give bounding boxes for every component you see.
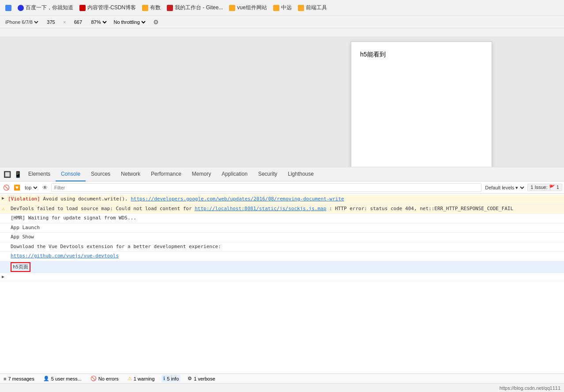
- console-line-app-launch: App Launch: [0, 223, 564, 233]
- device-content: h5能看到: [351, 42, 492, 68]
- vue-devtools-text: Download the Vue Devtools extension for …: [11, 243, 562, 251]
- tab-console[interactable]: Console: [56, 167, 86, 181]
- folder-icon-2: [229, 5, 235, 11]
- vue-link-text: https://github.com/vuejs/vue-devtools: [11, 253, 562, 260]
- device-frame: h5能看到: [351, 41, 492, 167]
- gitee-icon: [167, 5, 173, 11]
- bookmark-youshu[interactable]: 有数: [140, 3, 162, 12]
- zoom-selector[interactable]: 87%: [89, 19, 108, 25]
- levels-selector[interactable]: Default levels ▾: [483, 185, 526, 191]
- messages-count: 7 messages: [8, 376, 34, 381]
- summary-errors[interactable]: 🚫 No errors: [89, 375, 120, 382]
- status-url: https://blog.csdn.net/qq1111: [500, 385, 560, 391]
- clear-console-icon[interactable]: 🚫: [2, 183, 11, 192]
- arrow-icon-2[interactable]: ▶: [2, 274, 7, 279]
- bookmark-baidu[interactable]: 百度一下，你就知道: [16, 3, 75, 12]
- user-messages-icon: 👤: [43, 376, 49, 381]
- messages-icon: ≡: [4, 376, 6, 381]
- device-page-text: h5能看到: [360, 51, 386, 58]
- tab-performance[interactable]: Performance: [146, 167, 187, 181]
- bookmarks-bar: 百度一下，你就知道 内容管理-CSDN博客 有数 我的工作台 - Gitee..…: [0, 0, 564, 16]
- bookmark-zhongyuan-label: 中远: [281, 4, 292, 11]
- filter-input[interactable]: [51, 183, 481, 192]
- console-summary: ≡ 7 messages 👤 5 user mess... 🚫 No error…: [0, 373, 564, 383]
- settings-icon[interactable]: ⚙: [150, 17, 161, 27]
- arrow-icon-violation[interactable]: ▶: [2, 196, 7, 200]
- console-line-vue-link: https://github.com/vuejs/vue-devtools: [0, 252, 564, 261]
- info-count: 5 info: [167, 376, 179, 381]
- summary-warnings[interactable]: ⚠ 1 warning: [126, 375, 157, 382]
- violation-text: [Violation] Avoid using document.write()…: [8, 196, 562, 203]
- width-input[interactable]: [43, 19, 59, 25]
- height-input[interactable]: [70, 19, 86, 25]
- h5-highlight: h5页面: [11, 262, 30, 272]
- console-toolbar: 🚫 🔽 top 👁 Default levels ▾ 1 Issue: 🚩 1: [0, 181, 564, 194]
- vue-devtools-link[interactable]: https://github.com/vuejs/vue-devtools: [11, 253, 119, 259]
- apps-icon: [5, 5, 11, 11]
- app-show-text: App Show: [11, 234, 562, 241]
- csdn-icon: [79, 5, 86, 11]
- issue-badge[interactable]: 1 Issue: 🚩 1: [527, 184, 562, 191]
- context-selector[interactable]: top: [23, 185, 39, 191]
- bookmark-gitee-label: 我的工作台 - Gitee...: [175, 4, 223, 11]
- tab-elements[interactable]: Elements: [23, 167, 56, 181]
- tab-network[interactable]: Network: [116, 167, 146, 181]
- inspect-icon[interactable]: 🔲: [2, 169, 12, 180]
- browser-area: h5能看到 🔲 📱 Elements Console Sources: [0, 28, 564, 383]
- devtools-panel: 🔲 📱 Elements Console Sources Network Per…: [0, 167, 564, 383]
- user-messages-count: 5 user mess...: [51, 376, 82, 381]
- console-line-app-show: App Show: [0, 233, 564, 242]
- tab-lighthouse[interactable]: Lighthouse: [282, 167, 319, 181]
- bookmark-youshu-label: 有数: [150, 4, 161, 11]
- viewport: h5能看到: [0, 37, 564, 167]
- bookmark-vue[interactable]: vue组件网站: [227, 3, 268, 12]
- folder-icon-4: [298, 5, 304, 11]
- bookmark-frontend[interactable]: 前端工具: [296, 3, 329, 12]
- summary-messages[interactable]: ≡ 7 messages: [2, 375, 36, 382]
- warn-icon: ⚠: [128, 376, 132, 381]
- errors-count: No errors: [98, 376, 119, 381]
- eye-icon[interactable]: 👁: [41, 183, 49, 192]
- responsive-toolbar: iPhone 6/7/8 × 87% No throttling ⚙: [0, 16, 564, 28]
- verbose-icon: ⚙: [188, 376, 192, 381]
- throttle-selector[interactable]: No throttling: [112, 19, 147, 25]
- warning-icon: ⚠: [2, 206, 9, 211]
- folder-icon-1: [142, 5, 148, 11]
- bookmark-vue-label: vue组件网站: [237, 4, 267, 11]
- tab-application[interactable]: Application: [216, 167, 253, 181]
- device-toggle-icon[interactable]: 📱: [12, 169, 23, 180]
- bookmark-apps[interactable]: [4, 4, 13, 12]
- summary-verbose[interactable]: ⚙ 1 verbose: [186, 375, 217, 382]
- console-line-warning: ⚠ DevTools failed to load source map: Co…: [0, 204, 564, 214]
- tab-security[interactable]: Security: [253, 167, 282, 181]
- filter-icon[interactable]: 🔽: [12, 183, 21, 192]
- bookmark-frontend-label: 前端工具: [306, 4, 327, 11]
- summary-user-messages[interactable]: 👤 5 user mess...: [41, 375, 83, 382]
- device-selector[interactable]: iPhone 6/7/8: [4, 19, 40, 25]
- baidu-icon: [18, 5, 24, 11]
- violation-link[interactable]: https://developers.google.com/web/update…: [131, 196, 344, 202]
- dimension-separator: ×: [63, 19, 66, 25]
- summary-info[interactable]: ℹ 5 info: [162, 375, 180, 382]
- console-line-violation: ▶ [Violation] Avoid using document.write…: [0, 195, 564, 204]
- console-output[interactable]: ▶ [Violation] Avoid using document.write…: [0, 194, 564, 373]
- hmr-text: [HMR] Waiting for update signal from WDS…: [11, 215, 562, 222]
- horizontal-ruler: [0, 28, 564, 37]
- bookmark-baidu-label: 百度一下，你就知道: [26, 4, 73, 11]
- bookmark-csdn-label: 内容管理-CSDN博客: [87, 4, 136, 11]
- tab-sources[interactable]: Sources: [86, 167, 116, 181]
- devtools-tabs: 🔲 📱 Elements Console Sources Network Per…: [0, 167, 564, 181]
- bookmark-gitee[interactable]: 我的工作台 - Gitee...: [165, 3, 225, 12]
- error-icon: 🚫: [90, 376, 97, 381]
- app-launch-text: App Launch: [11, 224, 562, 232]
- console-line-h5: h5页面: [0, 261, 564, 274]
- tab-memory[interactable]: Memory: [187, 167, 216, 181]
- verbose-count: 1 verbose: [194, 376, 215, 381]
- warning-text: DevTools failed to load source map: Coul…: [11, 205, 562, 213]
- info-icon: ℹ: [163, 376, 165, 381]
- bookmark-csdn[interactable]: 内容管理-CSDN博客: [78, 3, 138, 12]
- console-line-arrow: ▶: [0, 273, 564, 281]
- warnings-count: 1 warning: [134, 376, 155, 381]
- bookmark-zhongyuan[interactable]: 中远: [271, 3, 293, 12]
- warning-link[interactable]: http://localhost:8081/static/js/sockjs.j…: [195, 206, 326, 211]
